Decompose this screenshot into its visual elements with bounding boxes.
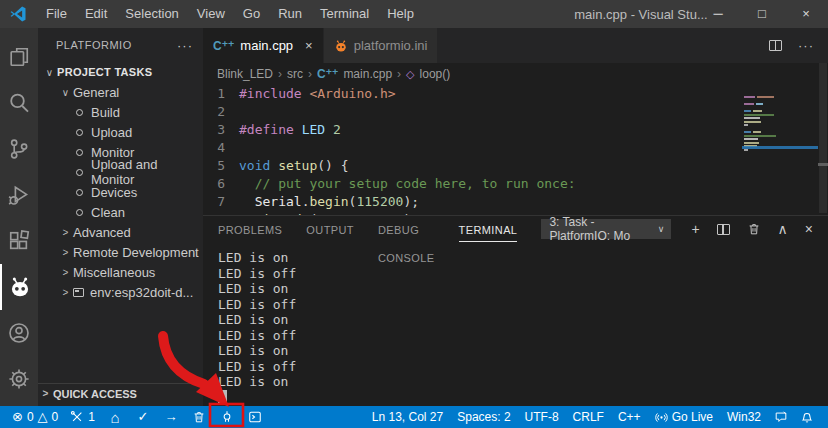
explorer-icon[interactable] [0,34,38,80]
tree-item-remote-development[interactable]: >Remote Development [38,242,203,262]
minimap[interactable] [744,96,816,152]
more-actions-icon[interactable]: ··· [798,38,814,53]
tree-item-upload-and-monitor[interactable]: Upload and Monitor [38,162,203,182]
close-tab-icon[interactable]: × [305,38,313,53]
pio-serial-monitor-button[interactable] [213,406,241,428]
terminal-line: LED is on [218,281,828,297]
menu-view[interactable]: View [188,6,234,21]
breadcrumb-symbol[interactable]: loop() [420,67,451,81]
breadcrumb-folder[interactable]: src [287,67,303,81]
new-terminal-icon[interactable]: + [691,221,699,237]
platformio-sidebar: PLATFORMIO ··· ∨PROJECT TASKS∨GeneralBui… [38,28,203,406]
menu-run[interactable]: Run [269,6,311,21]
editor-scrollbar[interactable] [818,63,828,215]
pio-clean-button[interactable] [185,406,213,428]
task-circle-icon [76,169,83,176]
panel-tab-terminal[interactable]: TERMINAL [459,216,518,242]
token: () { [317,158,348,173]
cpp-file-icon: C⁺⁺ [317,67,338,81]
minimize-button[interactable]: ─ [696,0,740,28]
kill-terminal-icon[interactable] [747,222,761,236]
pio-new-terminal-button[interactable] [241,406,269,428]
run-debug-icon[interactable] [0,172,38,218]
panel-tab-problems[interactable]: PROBLEMS [218,216,282,242]
menu-selection[interactable]: Selection [116,6,187,21]
pio-home-button[interactable]: ⌂ [101,406,129,428]
language-mode[interactable]: C++ [611,410,648,424]
indentation[interactable]: Spaces: 2 [450,410,517,424]
cpp-file-icon: C⁺⁺ [213,39,234,53]
tree-item-upload[interactable]: Upload [38,122,203,142]
go-live-button[interactable]: Go Live [648,410,720,424]
menu-terminal[interactable]: Terminal [311,6,378,21]
editor-tab-bar: C⁺⁺ main.cpp × platformio.ini [203,28,828,63]
breadcrumb-project[interactable]: Blink_LED [217,67,273,81]
tree-item-clean[interactable]: Clean [38,202,203,222]
panel-tab-output[interactable]: OUTPUT [306,216,354,242]
maximize-button[interactable]: □ [740,0,784,28]
minimap-row [744,100,816,102]
close-panel-icon[interactable]: × [805,221,813,237]
terminal-selector-dropdown[interactable]: 3: Task - PlatformIO: Mo ∨ [541,219,671,239]
platformio-icon[interactable] [0,264,38,310]
tree-item-project-tasks[interactable]: ∨PROJECT TASKS [38,62,203,82]
maximize-panel-icon[interactable]: ∧ [778,221,788,237]
pio-upload-button[interactable]: → [157,406,185,428]
window-controls: ─ □ × [696,0,828,28]
minimap-row [744,142,816,144]
source-control-icon[interactable] [0,126,38,172]
menu-edit[interactable]: Edit [76,6,116,21]
feedback-button[interactable] [768,406,794,428]
extensions-icon[interactable] [0,218,38,264]
pio-build-button[interactable]: ✓ [129,406,157,428]
problems-indicator[interactable]: ⊗ 0 △ 0 [6,406,64,428]
minimap-row [744,124,816,126]
tree-item-label: Build [91,105,120,120]
tree-item-build[interactable]: Build [38,102,203,122]
vscode-logo-icon [9,5,27,23]
tab-label: platformio.ini [354,38,428,53]
code-text: Serial.begin(115200); [239,193,419,211]
platformio-issues-indicator[interactable]: 1 [64,406,101,428]
tree-item-advanced[interactable]: >Advanced [38,222,203,242]
menu-file[interactable]: File [37,6,76,21]
tree-item-env-esp32doit-d-[interactable]: >env:esp32doit-d... [38,282,203,302]
minimap-segment [753,131,761,133]
close-button[interactable]: × [784,0,828,28]
accounts-icon[interactable] [0,310,38,356]
settings-gear-icon[interactable] [0,356,38,402]
encoding[interactable]: UTF-8 [518,410,566,424]
chevron-down-icon: ∨ [658,224,665,234]
tree-item-miscellaneous[interactable]: >Miscellaneous [38,262,203,282]
notifications-button[interactable] [794,406,820,428]
split-terminal-icon[interactable] [717,224,730,235]
code-editor[interactable]: 1#include <Arduino.h>23#define LED 245vo… [203,85,828,215]
tab-platformio-ini[interactable]: platformio.ini [324,28,438,63]
task-circle-icon [76,129,83,136]
platform-toolset[interactable]: Win32 [720,410,768,424]
split-editor-icon[interactable] [769,40,782,51]
eol-sequence[interactable]: CRLF [566,410,611,424]
tree-item-general[interactable]: ∨General [38,82,203,102]
breadcrumb-file[interactable]: main.cpp [343,67,392,81]
menu-go[interactable]: Go [234,6,269,21]
minimap-segment [757,96,774,98]
terminal-line: LED is on [218,343,828,359]
cursor-position[interactable]: Ln 13, Col 27 [365,410,450,424]
line-number: 6 [203,175,239,193]
menu-help[interactable]: Help [378,6,423,21]
code-line: 5void setup() { [203,157,828,175]
quick-access-section[interactable]: > QUICK ACCESS [38,383,203,403]
token: // put your setup code here, to run once… [255,176,576,191]
panel-tab-debug-console[interactable]: DEBUG CONSOLE [378,216,435,242]
minimap-current-line [742,146,818,149]
panel-header: PROBLEMSOUTPUTDEBUG CONSOLETERMINAL 3: T… [203,216,828,242]
terminal-output[interactable]: LED is onLED is offLED is onLED is offLE… [203,242,828,405]
project-tasks-tree: ∨PROJECT TASKS∨GeneralBuildUploadMonitor… [38,62,203,302]
tab-label: main.cpp [240,38,293,53]
sidebar-more-icon[interactable]: ··· [177,38,193,53]
minimap-segment [744,110,751,112]
search-icon[interactable] [0,80,38,126]
tab-main-cpp[interactable]: C⁺⁺ main.cpp × [203,28,323,63]
pio-issue-count: 1 [88,410,95,424]
